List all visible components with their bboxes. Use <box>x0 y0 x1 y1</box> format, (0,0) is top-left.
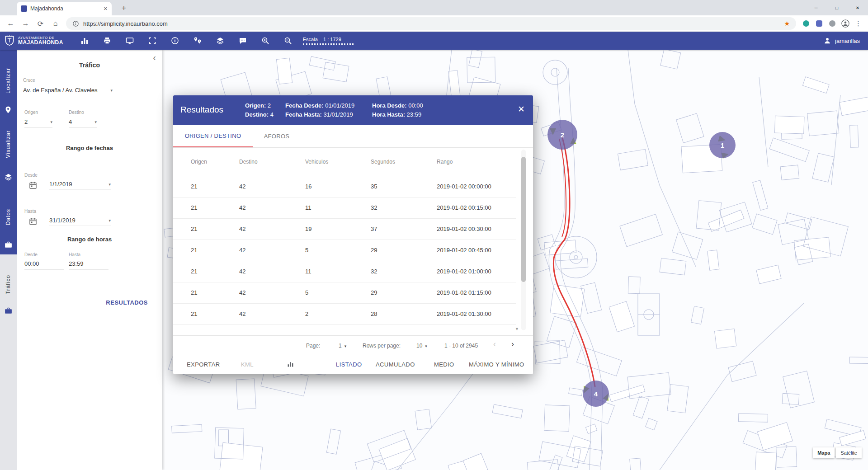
new-tab-button[interactable]: + <box>118 2 130 14</box>
extension-icon-blue[interactable] <box>813 18 825 30</box>
cell-origen: 21 <box>173 240 239 261</box>
col-rango: Rango <box>437 148 516 176</box>
table-header-row: Origen Destino Vehiculos Segundos Rango <box>173 148 516 176</box>
cell-destino: 42 <box>239 218 305 240</box>
cell-vehiculos: 2 <box>305 303 371 324</box>
tab-origen-destino[interactable]: ORIGEN / DESTINO <box>173 125 253 147</box>
origen-value: 2 <box>24 118 28 125</box>
browser-tab[interactable]: Majadahonda ✕ <box>17 2 112 15</box>
map-type-controls: Mapa Satélite <box>813 447 862 458</box>
table-row[interactable]: 21 42 19 37 2019-01-02 00:30:00 <box>173 218 516 240</box>
map-type-mapa-button[interactable]: Mapa <box>813 447 835 458</box>
map-marker-1[interactable]: 1 <box>709 132 736 158</box>
layers-icon[interactable] <box>209 32 231 50</box>
info-icon[interactable] <box>164 32 186 50</box>
table-row[interactable]: 21 42 5 29 2019-01-02 01:15:00 <box>173 282 516 303</box>
fullscreen-icon[interactable] <box>141 32 164 50</box>
table-row[interactable]: 21 42 16 35 2019-01-02 00:00:00 <box>173 176 516 197</box>
medio-button[interactable]: MEDIO <box>434 361 454 368</box>
sidebar-item-trafico[interactable]: Tráfico <box>5 275 11 294</box>
caret-down-icon: ▾ <box>108 182 111 187</box>
col-origen: Origen <box>173 148 239 176</box>
pin-icon[interactable] <box>4 106 12 115</box>
next-page-icon[interactable]: › <box>511 339 514 349</box>
user-menu[interactable]: jamarillas <box>823 37 860 45</box>
cell-segundos: 37 <box>371 218 437 240</box>
destino-select[interactable]: 4 ▾ <box>69 118 97 128</box>
page-info-icon[interactable] <box>72 20 79 27</box>
cell-destino: 42 <box>239 282 305 303</box>
zoom-in-icon[interactable] <box>254 32 277 50</box>
scroll-down-icon[interactable]: ▼ <box>515 327 519 331</box>
extension-icon-teal[interactable] <box>800 18 812 30</box>
rows-per-page-select[interactable]: 10▾ <box>416 343 427 349</box>
cell-rango: 2019-01-02 01:15:00 <box>437 282 516 303</box>
fecha-desde-field[interactable]: 1/1/2019 ▾ <box>28 181 111 190</box>
map-marker-4[interactable]: 4 <box>583 381 609 407</box>
screen-icon[interactable] <box>118 32 141 50</box>
dialog-close-icon[interactable]: ✕ <box>518 104 525 114</box>
fecha-hasta-field[interactable]: 31/1/2019 ▾ <box>28 217 111 226</box>
fecha-hasta-label: Hasta <box>24 209 36 214</box>
browser-tabstrip: Majadahonda ✕ + ─ □ ✕ <box>0 0 868 15</box>
chart-view-icon[interactable] <box>287 360 294 368</box>
tab-aforos[interactable]: AFOROS <box>253 125 301 147</box>
home-icon[interactable]: ⌂ <box>48 17 62 31</box>
zoom-out-icon[interactable] <box>277 32 299 50</box>
window-minimize-button[interactable]: ─ <box>806 0 826 15</box>
window-close-button[interactable]: ✕ <box>847 0 868 15</box>
address-bar[interactable]: https://simplicity.incaurbano.com ★ <box>66 17 796 30</box>
extension-icon-gray[interactable] <box>826 18 838 30</box>
module-strip: Localizar Visualizar Datos Tráfico <box>0 50 17 470</box>
map-marker-2[interactable]: 2 <box>547 120 577 150</box>
traffic-panel: ‹ Tráfico Cruce Av. de España / Av. Clav… <box>17 50 162 470</box>
table-row[interactable]: 21 42 2 28 2019-01-02 01:30:00 <box>173 303 516 324</box>
cell-vehiculos: 5 <box>305 240 371 261</box>
page-select[interactable]: 1▾ <box>339 343 346 349</box>
table-scrollbar[interactable] <box>521 150 526 330</box>
summary-fechas: Fecha Desde: 01/01/2019 Fecha Hasta: 31/… <box>285 101 354 119</box>
briefcase-active-icon[interactable] <box>4 306 13 315</box>
origen-select[interactable]: 2 ▾ <box>24 118 52 128</box>
sidebar-item-visualizar[interactable]: Visualizar <box>5 130 11 158</box>
scrollbar-thumb[interactable] <box>521 157 526 282</box>
bookmark-star-icon[interactable]: ★ <box>784 20 790 27</box>
briefcase-icon[interactable] <box>4 240 13 249</box>
profile-avatar-icon[interactable] <box>839 18 851 30</box>
hora-desde-label: Desde <box>24 252 38 257</box>
back-icon[interactable]: ← <box>4 17 18 31</box>
table-row[interactable]: 21 42 5 29 2019-01-02 00:45:00 <box>173 240 516 261</box>
map-type-satelite-button[interactable]: Satélite <box>836 447 862 458</box>
sidebar-item-datos[interactable]: Datos <box>5 209 11 225</box>
browser-menu-icon[interactable]: ⋮ <box>852 18 864 30</box>
cruce-select[interactable]: Av. de España / Av. Claveles ▾ <box>23 87 113 96</box>
org-name: AYUNTAMIENTO DE MAJADAHONDA <box>18 36 63 46</box>
sidebar-item-localizar[interactable]: Localizar <box>5 68 11 94</box>
chart-icon[interactable] <box>73 32 96 50</box>
cell-origen: 21 <box>173 282 239 303</box>
cell-vehiculos: 11 <box>305 261 371 282</box>
prev-page-icon[interactable]: ‹ <box>493 339 496 349</box>
fecha-desde-label: Desde <box>24 173 38 178</box>
layers-module-icon[interactable] <box>4 173 13 181</box>
table-row[interactable]: 21 42 11 32 2019-01-02 01:00:00 <box>173 261 516 282</box>
hora-desde-field[interactable]: 00:00 <box>24 260 64 270</box>
markers-icon[interactable] <box>186 32 209 50</box>
cruce-value: Av. de España / Av. Claveles <box>23 87 98 94</box>
table-row[interactable]: 21 42 11 32 2019-01-02 00:15:00 <box>173 197 516 218</box>
hora-hasta-field[interactable]: 23:59 <box>69 260 108 270</box>
reload-icon[interactable]: ⟳ <box>33 17 47 31</box>
hora-hasta-label: Hasta <box>69 252 80 257</box>
chat-icon[interactable] <box>231 32 254 50</box>
exportar-button[interactable]: EXPORTAR <box>187 361 220 368</box>
listado-button[interactable]: LISTADO <box>336 361 362 368</box>
print-icon[interactable] <box>96 32 118 50</box>
acumulado-button[interactable]: ACUMULADO <box>376 361 415 368</box>
url-text: https://simplicity.incaurbano.com <box>83 20 168 27</box>
forward-icon[interactable]: → <box>19 17 33 31</box>
maximo-minimo-button[interactable]: MÁXIMO Y MÍNIMO <box>469 361 524 368</box>
cell-destino: 42 <box>239 176 305 197</box>
window-maximize-button[interactable]: □ <box>826 0 847 15</box>
tab-close-icon[interactable]: ✕ <box>104 6 108 12</box>
resultados-button[interactable]: RESULTADOS <box>106 299 148 306</box>
